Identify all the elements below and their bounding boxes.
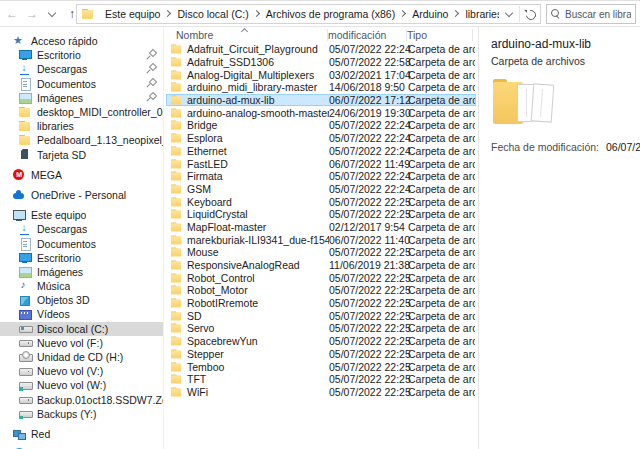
- sidebar-item[interactable]: Imágenes: [0, 91, 163, 105]
- drive-win-icon: [19, 323, 31, 335]
- sidebar-item[interactable]: desktop_MIDI_controller_0.30: [0, 105, 163, 119]
- file-row[interactable]: RobotIRremote 05/07/2022 22:25 Carpeta d…: [166, 297, 476, 310]
- folder-icon: [171, 69, 182, 80]
- sidebar-item[interactable]: Descargas: [0, 62, 163, 76]
- desktop-icon: [19, 49, 31, 61]
- file-row[interactable]: WiFi 05/07/2022 22:25 Carpeta de archivo…: [166, 386, 476, 399]
- file-row[interactable]: arduino-ad-mux-lib 06/07/2022 17:12 Carp…: [166, 94, 476, 107]
- sidebar-item[interactable]: Descargas: [0, 222, 163, 236]
- address-bar[interactable]: Este equipo Disco local (C:) Archivos de…: [76, 4, 541, 24]
- cube-icon: [19, 294, 31, 306]
- sidebar-item[interactable]: libraries: [0, 119, 163, 133]
- folder-icon: [171, 298, 182, 309]
- folder-icon: [171, 348, 182, 359]
- column-header-date[interactable]: Fecha de modificación: [328, 27, 407, 41]
- file-row[interactable]: Ethernet 05/07/2022 22:24 Carpeta de arc…: [166, 145, 476, 158]
- column-header-type[interactable]: Tipo: [407, 29, 478, 41]
- sidebar-item[interactable]: Tarjeta SD: [0, 148, 163, 162]
- cloud-icon: [13, 189, 25, 201]
- file-row[interactable]: Temboo 05/07/2022 22:25 Carpeta de archi…: [166, 360, 476, 373]
- folder-icon: [171, 310, 182, 321]
- sidebar-item[interactable]: MEGA: [0, 168, 163, 182]
- file-row[interactable]: Adafruit_SSD1306 05/07/2022 22:58 Carpet…: [166, 56, 476, 69]
- file-row[interactable]: ResponsiveAnalogRead 11/06/2019 21:38 Ca…: [166, 259, 476, 272]
- breadcrumb-segment[interactable]: Este equipo: [100, 5, 172, 23]
- sidebar-item[interactable]: Acceso rápido: [0, 34, 163, 48]
- sidebar-item[interactable]: OneDrive - Personal: [0, 188, 163, 202]
- breadcrumb-segment[interactable]: Archivos de programa (x86): [261, 5, 408, 23]
- folder-icon: [171, 82, 182, 93]
- folder-icon: [171, 260, 182, 271]
- file-row[interactable]: Robot_Control 05/07/2022 22:25 Carpeta d…: [166, 271, 476, 284]
- file-row[interactable]: Mouse 05/07/2022 22:25 Carpeta de archiv…: [166, 246, 476, 259]
- address-dropdown-chevron-icon[interactable]: [499, 5, 519, 23]
- folder-icon: [171, 158, 182, 169]
- breadcrumb-segment[interactable]: Disco local (C:): [172, 5, 260, 23]
- sidebar-item[interactable]: Música: [0, 279, 163, 293]
- file-row[interactable]: Adafruit_Circuit_Playground 05/07/2022 2…: [166, 43, 476, 56]
- file-row[interactable]: Analog-Digital_Multiplexers 03/02/2021 1…: [166, 68, 476, 81]
- sidebar-item[interactable]: Documentos: [0, 236, 163, 250]
- pictures-icon: [19, 266, 31, 278]
- sidebar-item[interactable]: Vídeos: [0, 307, 163, 321]
- sidebar-item[interactable]: Backups (Y:): [0, 407, 163, 421]
- folder-icon: [171, 221, 182, 232]
- preview-subtitle: Carpeta de archivos: [491, 55, 630, 67]
- file-row[interactable]: Stepper 05/07/2022 22:25 Carpeta de arch…: [166, 348, 476, 361]
- sidebar-item[interactable]: Disco local (C:): [0, 322, 163, 336]
- sidebar-item[interactable]: Imágenes: [0, 265, 163, 279]
- sidebar-item[interactable]: Nuevo vol (V:): [0, 364, 163, 378]
- breadcrumb-segment[interactable]: libraries: [460, 5, 499, 23]
- sidebar-item[interactable]: Nuevo vol (W:): [0, 378, 163, 392]
- search-box[interactable]: [546, 4, 636, 24]
- folder-icon: [171, 57, 182, 68]
- folder-icon: [171, 272, 182, 283]
- file-row[interactable]: FastLED 06/07/2022 11:49 Carpeta de arch…: [166, 157, 476, 170]
- file-row[interactable]: Firmata 05/07/2022 22:24 Carpeta de arch…: [166, 170, 476, 183]
- file-row[interactable]: Keyboard 05/07/2022 22:25 Carpeta de arc…: [166, 195, 476, 208]
- file-row[interactable]: Robot_Motor 05/07/2022 22:25 Carpeta de …: [166, 284, 476, 297]
- file-row[interactable]: LiquidCrystal 05/07/2022 22:25 Carpeta d…: [166, 208, 476, 221]
- file-row[interactable]: TFT 05/07/2022 22:25 Carpeta de archivos: [166, 373, 476, 386]
- file-row[interactable]: GSM 05/07/2022 22:24 Carpeta de archivos: [166, 183, 476, 196]
- file-row[interactable]: Esplora 05/07/2022 22:24 Carpeta de arch…: [166, 132, 476, 145]
- sidebar-item[interactable]: Escritorio: [0, 251, 163, 265]
- sidebar-item[interactable]: Objetos 3D: [0, 293, 163, 307]
- sidebar-item[interactable]: Pedalboard_1.13_neopixel_mux_5_banks: [0, 133, 163, 147]
- file-row[interactable]: arduino-analog-smooth-master 24/06/2019 …: [166, 106, 476, 119]
- folder-icon: [171, 133, 182, 144]
- file-row[interactable]: MapFloat-master 02/12/2017 9:54 Carpeta …: [166, 221, 476, 234]
- forward-icon[interactable]: →: [22, 4, 42, 24]
- file-row[interactable]: Servo 05/07/2022 22:25 Carpeta de archiv…: [166, 322, 476, 335]
- file-row[interactable]: SD 05/07/2022 22:25 Carpeta de archivos: [166, 309, 476, 322]
- drive-net-icon: [19, 379, 31, 391]
- preview-modified: Fecha de modificación: 06/07/2022 17:12: [491, 141, 630, 153]
- back-icon[interactable]: ←: [2, 4, 22, 24]
- folder-icon: [171, 234, 182, 245]
- document-icon: [19, 238, 31, 250]
- pin-icon: [145, 64, 155, 74]
- sd-icon: [19, 149, 31, 161]
- sidebar-item[interactable]: Red: [0, 427, 163, 441]
- file-row[interactable]: arduino_midi_library-master 14/06/2018 9…: [166, 81, 476, 94]
- sidebar-item[interactable]: Nuevo vol (F:): [0, 336, 163, 350]
- refresh-icon[interactable]: [520, 5, 540, 23]
- drive-net-icon: [19, 408, 31, 420]
- pin-icon: [145, 79, 155, 89]
- file-row[interactable]: Bridge 05/07/2022 22:24 Carpeta de archi…: [166, 119, 476, 132]
- sidebar-item[interactable]: Escritorio: [0, 48, 163, 62]
- file-row[interactable]: marekburiak-ILI9341_due-f154ee6 06/07/20…: [166, 233, 476, 246]
- file-row[interactable]: SpacebrewYun 05/07/2022 22:25 Carpeta de…: [166, 335, 476, 348]
- sidebar-item[interactable]: Documentos: [0, 77, 163, 91]
- sidebar-item[interactable]: Este equipo: [0, 208, 163, 222]
- recent-locations-chevron-icon[interactable]: [42, 4, 62, 24]
- breadcrumb-segment[interactable]: Arduino: [407, 5, 460, 23]
- pin-icon: [145, 93, 155, 103]
- computer-icon: [13, 209, 25, 221]
- sidebar-item[interactable]: Backup.01oct18.SSDW7.Zeropoint. (X:): [0, 393, 163, 407]
- chevron-right-icon: [254, 10, 261, 18]
- folder-icon: [19, 120, 31, 132]
- column-header-name[interactable]: Nombre: [164, 29, 328, 41]
- search-input[interactable]: [565, 9, 631, 20]
- sidebar-item[interactable]: Unidad de CD (H:): [0, 350, 163, 364]
